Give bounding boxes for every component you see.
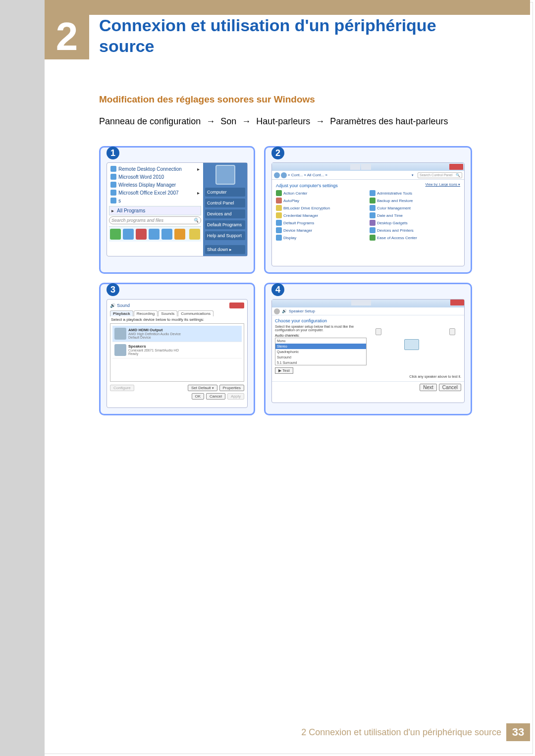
control-panel-item[interactable]: Device Manager	[276, 227, 367, 233]
cp-item-label: Display	[283, 236, 296, 240]
next-button[interactable]: Next	[420, 384, 437, 391]
back-icon[interactable]	[274, 172, 280, 178]
tab-communications[interactable]: Communications	[178, 310, 214, 316]
device-list-hint: Select a playback device below to modify…	[111, 317, 244, 322]
properties-button[interactable]: Properties	[219, 385, 244, 391]
start-right-item[interactable]: Default Programs	[205, 220, 245, 229]
start-search-input[interactable]: Search programs and files 🔍	[109, 216, 201, 224]
cancel-button[interactable]: Cancel	[439, 384, 461, 391]
start-right-item[interactable]: Devices and Printers	[205, 209, 245, 218]
device-driver: AMD High Definition Audio Device	[128, 332, 181, 336]
control-panel-item[interactable]: Date and Time	[370, 212, 460, 218]
hdmi-output-icon	[114, 328, 126, 340]
taskbar-pinned-icon[interactable]	[123, 229, 134, 240]
programs-icon	[276, 220, 282, 226]
control-panel-item[interactable]: Color Management	[370, 205, 460, 211]
sound-dialog-ok-row: OK Cancel Apply	[110, 393, 244, 400]
channel-option[interactable]: Quadraphonic	[275, 349, 366, 354]
flag-icon	[276, 190, 282, 196]
tab-playback[interactable]: Playback	[110, 310, 133, 316]
cp-item-label: Ease of Access Center	[377, 236, 417, 240]
start-menu-left-column: Remote Desktop Connection▸ Microsoft Wor…	[107, 163, 203, 256]
app-icon	[110, 182, 116, 188]
control-panel-search-input[interactable]: Search Control Panel🔍	[418, 172, 462, 178]
device-status: Default Device	[128, 336, 181, 339]
control-panel-item[interactable]: Ease of Access Center	[370, 235, 460, 241]
control-panel-body: Adjust your computer's settings View by:…	[272, 180, 464, 244]
cp-item-label: Backup and Restore	[377, 199, 413, 203]
ok-button[interactable]: OK	[192, 393, 205, 400]
sound-icon: 🔊	[282, 309, 287, 313]
search-placeholder-text: Search programs and files	[111, 218, 163, 223]
start-item[interactable]: Microsoft Office Excel 2007▸	[109, 189, 201, 197]
sound-dialog-window: 🔊 Sound Playback Recording Sounds Commun…	[107, 299, 248, 408]
search-placeholder-text: Search Control Panel	[420, 173, 453, 177]
channel-option[interactable]: 5.1 Surround	[275, 360, 366, 365]
channel-option[interactable]: Surround	[275, 354, 366, 360]
minimize-icon[interactable]	[351, 300, 361, 305]
taskbar-start-icon[interactable]	[110, 229, 121, 240]
test-button[interactable]: ▶ Test	[275, 367, 293, 374]
minimize-icon[interactable]	[350, 164, 360, 170]
close-icon[interactable]	[449, 164, 463, 170]
audio-channels-list[interactable]: Mono Stereo Quadraphonic Surround 5.1 Su…	[275, 338, 367, 365]
maximize-icon[interactable]	[361, 164, 371, 170]
maximize-icon[interactable]	[361, 300, 371, 305]
tab-recording[interactable]: Recording	[134, 310, 158, 316]
start-item[interactable]: s	[109, 197, 201, 204]
start-right-item[interactable]: Computer	[205, 188, 245, 197]
view-by-dropdown[interactable]: View by: Large icons ▾	[426, 183, 460, 187]
playback-device-item[interactable]: AMD HDMI Output AMD High Definition Audi…	[112, 326, 242, 342]
control-panel-item[interactable]: Credential Manager	[276, 212, 367, 218]
tools-icon	[370, 190, 375, 196]
start-item[interactable]: Microsoft Word 2010	[109, 173, 201, 181]
cancel-button[interactable]: Cancel	[206, 393, 225, 400]
channel-option[interactable]: Mono	[275, 338, 366, 344]
channel-option-selected[interactable]: Stereo	[275, 344, 366, 349]
playback-device-item[interactable]: Speakers Conexant 20671 SmartAudio HD Re…	[112, 342, 242, 358]
shutdown-button[interactable]: Shut down ▸	[205, 245, 245, 254]
apply-button[interactable]: Apply	[227, 393, 244, 400]
chapter-number-badge: 2	[45, 15, 89, 59]
path-seg-3: Haut-parleurs	[256, 116, 310, 126]
configure-button[interactable]: Configure	[110, 385, 134, 391]
breadcrumb-dropdown-icon[interactable]: ▾	[412, 173, 414, 177]
app-icon	[110, 198, 116, 203]
tab-sounds[interactable]: Sounds	[158, 310, 177, 316]
start-item[interactable]: Wireless Display Manager	[109, 181, 201, 189]
taskbar-pinned-icon[interactable]	[174, 229, 185, 240]
all-programs-item[interactable]: ▸ All Programs	[109, 206, 201, 215]
submenu-arrow-icon: ▸	[197, 190, 200, 196]
control-panel-item[interactable]: Default Programs	[276, 220, 367, 226]
start-right-item[interactable]: Help and Support	[205, 231, 245, 240]
control-panel-item[interactable]: Devices and Printers	[370, 227, 460, 233]
path-arrow: →	[203, 116, 218, 126]
control-panel-item[interactable]: Action Center	[276, 190, 367, 196]
set-default-button[interactable]: Set Default	[188, 385, 217, 391]
taskbar-pinned-icon[interactable]	[149, 229, 160, 240]
close-icon[interactable]	[229, 302, 244, 308]
control-panel-item[interactable]: Backup and Restore	[370, 198, 460, 203]
left-speaker-icon[interactable]	[375, 328, 381, 335]
color-icon	[370, 205, 375, 211]
speaker-test-hint: Click any speaker above to test it.	[370, 375, 461, 378]
control-panel-item[interactable]: Administrative Tools	[370, 190, 460, 196]
control-panel-item[interactable]: BitLocker Drive Encryption	[276, 205, 367, 211]
start-right-item[interactable]: Control Panel	[205, 199, 245, 207]
forward-icon[interactable]	[281, 172, 287, 178]
taskbar-pinned-icon[interactable]	[161, 229, 172, 240]
panel-number-badge: 4	[271, 283, 284, 296]
start-item[interactable]: Remote Desktop Connection▸	[109, 165, 201, 173]
back-icon[interactable]	[274, 308, 280, 314]
right-speaker-icon[interactable]	[449, 328, 455, 335]
taskbar-pinned-icon[interactable]	[136, 229, 147, 240]
control-panel-item[interactable]: Desktop Gadgets	[370, 220, 460, 226]
cp-item-label: Action Center	[283, 191, 307, 196]
search-icon: 🔍	[193, 218, 199, 223]
close-icon[interactable]	[450, 300, 464, 305]
address-breadcrumb[interactable]: « Cont... » All Cont... »	[288, 173, 411, 177]
taskbar-pinned-icon[interactable]	[189, 229, 200, 240]
path-seg-4: Paramètres des haut-parleurs	[330, 116, 448, 126]
control-panel-item[interactable]: Display	[276, 235, 367, 241]
control-panel-item[interactable]: AutoPlay	[276, 198, 367, 203]
